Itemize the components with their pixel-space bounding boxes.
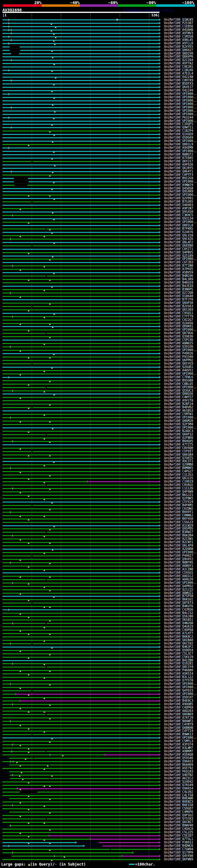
- alignment-bar-segment[interactable]: [2, 738, 159, 738]
- alignment-bar-segment[interactable]: [2, 171, 159, 172]
- alignment-bar-segment[interactable]: [2, 340, 159, 341]
- alignment-bar-segment[interactable]: [2, 195, 159, 195]
- row-label[interactable]: UniRef100_UPI000..: [164, 180, 197, 183]
- row-label[interactable]: UniRef100_Q4PM32: [164, 585, 193, 588]
- alignment-bar-segment[interactable]: [2, 60, 159, 61]
- alignment-bar-segment[interactable]: [87, 481, 159, 482]
- alignment-bar-segment[interactable]: [2, 704, 159, 705]
- alignment-bar-segment[interactable]: [2, 151, 159, 152]
- row-label[interactable]: UniRef100_Q6CNI7: [164, 820, 193, 824]
- row-label[interactable]: UniRef100_C8BLQ5: [164, 382, 193, 385]
- alignment-bar-segment[interactable]: [2, 73, 159, 74]
- alignment-bar-segment[interactable]: [2, 117, 159, 118]
- alignment-bar-segment[interactable]: [2, 198, 159, 199]
- row-label[interactable]: UniRef100_Q60FS2: [164, 433, 193, 436]
- alignment-bar-segment[interactable]: [2, 242, 159, 243]
- alignment-bar-segment[interactable]: [2, 124, 159, 125]
- alignment-bar-segment[interactable]: [10, 778, 159, 779]
- row-label[interactable]: UniRef100_Q24D42: [164, 780, 193, 783]
- alignment-bar-segment[interactable]: [2, 711, 159, 712]
- alignment-bar-segment[interactable]: [2, 474, 159, 475]
- row-label[interactable]: UniRef100_A2I3W1: [164, 537, 193, 540]
- row-label[interactable]: UniRef100_Q4N2Q8: [164, 622, 193, 625]
- row-label[interactable]: UniRef100_B7T1N8: [164, 264, 193, 267]
- alignment-bar-segment[interactable]: [2, 724, 159, 725]
- row-label[interactable]: UniRef100_C4YBT9: [164, 723, 193, 726]
- alignment-bar-segment[interactable]: [2, 657, 159, 658]
- alignment-bar-segment[interactable]: [2, 394, 159, 395]
- alignment-bar-segment[interactable]: [2, 653, 159, 654]
- row-label[interactable]: UniRef100_A9RL45: [164, 38, 193, 41]
- alignment-bar-segment[interactable]: [2, 788, 17, 789]
- row-label[interactable]: UniRef100_Q6DIV0: [164, 52, 193, 55]
- row-label[interactable]: UniRef100_B7FKR5: [164, 227, 193, 230]
- alignment-bar-segment[interactable]: [2, 744, 159, 745]
- alignment-bar-segment[interactable]: [2, 593, 159, 594]
- row-label[interactable]: UniRef100_C5L3C7: [164, 652, 193, 655]
- row-label[interactable]: UniRef100_B7FJT0: [164, 298, 193, 301]
- alignment-bar-segment[interactable]: [2, 346, 159, 347]
- alignment-bar-segment[interactable]: [2, 380, 159, 381]
- alignment-bar-segment[interactable]: [2, 94, 159, 95]
- alignment-bar-segment[interactable]: [2, 97, 159, 98]
- alignment-bar-segment[interactable]: [2, 208, 159, 209]
- alignment-bar-segment[interactable]: [2, 391, 159, 391]
- row-label[interactable]: UniRef100_A7ATJ9: [164, 716, 193, 719]
- alignment-bar-segment[interactable]: [2, 387, 159, 388]
- row-label[interactable]: UniRef100_Q9FSU2: [164, 814, 193, 817]
- row-label[interactable]: UniRef100_A9XEM9: [164, 146, 193, 149]
- alignment-bar-segment[interactable]: [2, 842, 75, 843]
- alignment-bar-segment[interactable]: [2, 407, 159, 408]
- alignment-bar-segment[interactable]: [2, 602, 159, 603]
- row-label[interactable]: UniRef100_B8MBK5: [164, 466, 193, 470]
- row-label[interactable]: UniRef100_A1CW29: [164, 524, 193, 527]
- alignment-bar-segment[interactable]: [20, 701, 159, 702]
- row-label[interactable]: UniRef100_C5DGD7: [164, 807, 193, 810]
- alignment-bar-segment[interactable]: [2, 532, 159, 533]
- alignment-bar-segment[interactable]: [2, 350, 159, 351]
- alignment-bar-segment[interactable]: [9, 825, 159, 826]
- alignment-bar-segment[interactable]: [2, 63, 159, 64]
- alignment-bar-segment[interactable]: [2, 647, 159, 648]
- row-label[interactable]: UniRef100_Q179P0: [164, 851, 193, 854]
- row-label[interactable]: UniRef100_A9P1N7: [164, 207, 193, 210]
- alignment-bar-segment[interactable]: [2, 835, 49, 836]
- row-label[interactable]: UniRef100_A4S6H8: [164, 28, 193, 31]
- row-label[interactable]: UniRef100_UPI000..: [164, 120, 197, 123]
- alignment-bar-segment[interactable]: [105, 754, 159, 755]
- alignment-bar-segment[interactable]: [2, 249, 159, 250]
- row-label[interactable]: UniRef100_B2XYE5: [164, 45, 193, 48]
- row-label[interactable]: UniRef100_A7TSL1: [164, 838, 193, 841]
- alignment-bar-segment[interactable]: [2, 225, 159, 226]
- alignment-bar-segment[interactable]: [2, 144, 159, 145]
- row-label[interactable]: UniRef100_C0H7X9: [164, 79, 193, 82]
- row-label[interactable]: UniRef100_A9TLL0: [164, 42, 193, 45]
- row-label[interactable]: UniRef100_Q00X27: [164, 49, 193, 52]
- row-label[interactable]: UniRef100_Q801L9: [164, 143, 193, 146]
- alignment-bar-segment[interactable]: [2, 444, 159, 445]
- alignment-bar-segment[interactable]: [2, 687, 159, 688]
- alignment-bar-segment[interactable]: [2, 80, 159, 81]
- alignment-bar-segment[interactable]: [2, 134, 159, 135]
- row-label[interactable]: UniRef100_UPI000..: [164, 96, 197, 99]
- alignment-bar-segment[interactable]: [2, 721, 159, 722]
- alignment-bar-segment[interactable]: [2, 754, 105, 755]
- alignment-bar-segment[interactable]: [2, 566, 159, 566]
- row-label[interactable]: UniRef100_C8V4Q0: [164, 446, 193, 450]
- row-label[interactable]: UniRef100_B9SU88: [164, 379, 193, 382]
- row-label[interactable]: UniRef100_Q870G6: [164, 332, 193, 335]
- row-label[interactable]: UniRef100_Q86M20: [164, 420, 193, 423]
- alignment-bar-segment[interactable]: [2, 694, 15, 695]
- row-label[interactable]: UniRef100_Q1XGE0: [164, 133, 193, 136]
- alignment-bar-segment[interactable]: [2, 461, 159, 462]
- row-label[interactable]: UniRef100_C4LU92: [164, 790, 193, 794]
- row-label[interactable]: UniRef100_UPI000..: [164, 686, 197, 689]
- alignment-bar-segment[interactable]: [2, 353, 159, 354]
- row-label[interactable]: UniRef100_B2CNY1: [164, 541, 193, 544]
- row-label[interactable]: UniRef100_B4FKM1: [164, 504, 193, 507]
- row-label[interactable]: UniRef100_Q21215: [164, 588, 193, 591]
- alignment-bar-segment[interactable]: [2, 650, 159, 651]
- alignment-bar-segment[interactable]: [2, 292, 159, 293]
- alignment-bar-segment[interactable]: [2, 781, 159, 782]
- row-label[interactable]: UniRef100_Q39836: [164, 335, 193, 338]
